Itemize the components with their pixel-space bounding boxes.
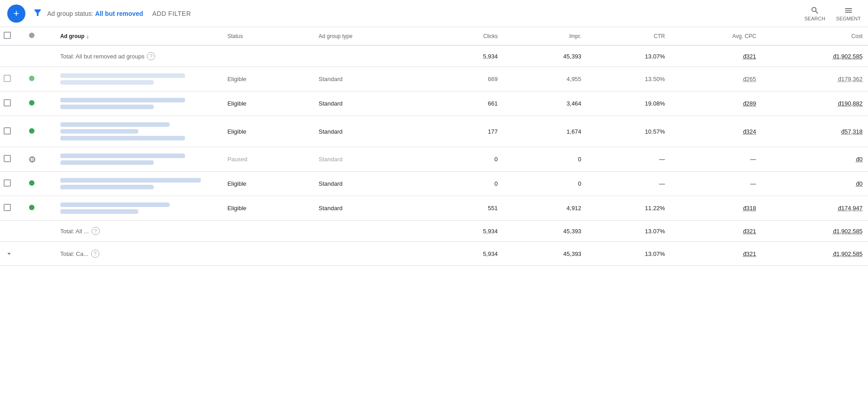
total-all-ctr: 13.07% [587, 221, 670, 242]
toolbar-right: SEARCH SEGMENT [805, 6, 861, 21]
status-header [27, 27, 54, 45]
row-ctr: 13.50% [587, 67, 670, 91]
blurred-name [60, 154, 217, 165]
row-status: Eligible [222, 116, 313, 147]
table-row: Eligible Standard 551 4,912 11.22% đ318 … [0, 196, 868, 221]
total-ca-label: Total: Ca... ? [55, 242, 419, 266]
row-clicks: 177 [419, 116, 503, 147]
row-avg-cpc: — [670, 147, 761, 172]
row-ctr: 19.08% [587, 91, 670, 116]
blur-line [60, 209, 138, 214]
status-dot-green [29, 100, 34, 106]
row-cost: đ174,947 [761, 196, 868, 221]
total-all-label: Total: All ... ? [55, 221, 419, 242]
row-cost: đ0 [761, 172, 868, 196]
blurred-name [60, 122, 217, 140]
ad-group-name-cell[interactable] [55, 116, 222, 147]
total-ctr: 13.07% [587, 45, 670, 67]
row-clicks: 661 [419, 91, 503, 116]
blurred-name [60, 98, 217, 109]
filter-value: All but removed [95, 10, 143, 17]
row-avg-cpc: — [670, 172, 761, 196]
total-ca-impr: 45,393 [503, 242, 586, 266]
search-action[interactable]: SEARCH [805, 6, 825, 21]
row-status: Eligible [222, 196, 313, 221]
ad-group-table: Ad group ↓ Status Ad group type Clicks I… [0, 27, 868, 266]
total-all-avg-cpc: đ321 [670, 221, 761, 242]
blur-line [60, 122, 170, 127]
impr-header[interactable]: Impr. [503, 27, 586, 45]
row-checkbox[interactable] [4, 179, 11, 187]
row-impr: 1,674 [503, 116, 586, 147]
row-checkbox[interactable] [4, 75, 11, 82]
row-impr: 4,955 [503, 67, 586, 91]
row-checkbox[interactable] [4, 127, 11, 135]
total-all-removed-row: Total: All but removed ad groups ? 5,934… [0, 45, 868, 67]
row-checkbox[interactable] [4, 99, 11, 106]
row-ctr: — [587, 172, 670, 196]
blur-line [60, 185, 154, 189]
total-all-cost: đ1,902,585 [761, 221, 868, 242]
status-dot-green [29, 205, 34, 210]
search-label: SEARCH [805, 16, 825, 21]
row-impr: 0 [503, 172, 586, 196]
blur-line [60, 105, 154, 109]
segment-action[interactable]: SEGMENT [836, 6, 861, 21]
total-all-clicks: 5,934 [419, 221, 503, 242]
cost-header[interactable]: Cost [761, 27, 868, 45]
total-help-icon[interactable]: ? [147, 52, 155, 60]
ad-group-name-cell[interactable] [55, 147, 222, 172]
status-col-header[interactable]: Status [222, 27, 313, 45]
ad-group-name-cell[interactable] [55, 172, 222, 196]
ad-group-name-cell[interactable] [55, 67, 222, 91]
segment-label: SEGMENT [836, 16, 861, 21]
ad-group-name-cell[interactable] [55, 196, 222, 221]
add-button[interactable]: + [7, 5, 25, 23]
total-ca-clicks: 5,934 [419, 242, 503, 266]
sort-arrow-icon[interactable]: ↓ [86, 33, 89, 40]
total-ca-chevron[interactable] [0, 242, 27, 266]
ad-group-header[interactable]: Ad group ↓ [55, 27, 222, 45]
ad-group-label: Ad group [60, 33, 84, 39]
row-avg-cpc: đ318 [670, 196, 761, 221]
total-all-removed-label: Total: All but removed ad groups ? [55, 45, 419, 67]
status-dot-green [29, 180, 34, 186]
ad-group-type-header[interactable]: Ad group type [313, 27, 419, 45]
total-ca-row: Total: Ca... ? 5,934 45,393 13.07% đ321 … [0, 242, 868, 266]
row-cost: đ179,362 [761, 67, 868, 91]
blur-line [60, 129, 138, 134]
ctr-header[interactable]: CTR [587, 27, 670, 45]
filter-icon[interactable] [33, 8, 43, 19]
status-dot-green [29, 128, 34, 134]
blur-line [60, 136, 185, 140]
blur-line [60, 80, 154, 85]
select-all-header[interactable] [0, 27, 27, 45]
total-all-impr: 45,393 [503, 221, 586, 242]
blur-line [60, 98, 185, 102]
chevron-down-icon[interactable] [4, 248, 15, 259]
add-filter-button[interactable]: ADD FILTER [152, 10, 191, 17]
table-container: Ad group ↓ Status Ad group type Clicks I… [0, 27, 868, 266]
toolbar: + Ad group status: All but removed ADD F… [0, 0, 868, 27]
row-status: Eligible [222, 67, 313, 91]
row-clicks: 0 [419, 147, 503, 172]
total-ca-help-icon[interactable]: ? [91, 250, 99, 258]
row-checkbox[interactable] [4, 155, 11, 162]
total-all-help-icon[interactable]: ? [92, 227, 100, 235]
select-all-checkbox[interactable] [4, 32, 11, 39]
row-type: Standard [313, 147, 419, 172]
row-ctr: — [587, 147, 670, 172]
row-clicks: 551 [419, 196, 503, 221]
clicks-header[interactable]: Clicks [419, 27, 503, 45]
row-impr: 4,912 [503, 196, 586, 221]
table-header-row: Ad group ↓ Status Ad group type Clicks I… [0, 27, 868, 45]
ad-group-name-cell[interactable] [55, 91, 222, 116]
row-status: Eligible [222, 91, 313, 116]
blur-line [60, 73, 185, 78]
svg-rect-0 [31, 158, 32, 161]
status-dot-paused [29, 156, 35, 163]
row-checkbox[interactable] [4, 204, 11, 211]
avg-cpc-header[interactable]: Avg. CPC [670, 27, 761, 45]
total-ca-avg-cpc: đ321 [670, 242, 761, 266]
row-type: Standard [313, 172, 419, 196]
